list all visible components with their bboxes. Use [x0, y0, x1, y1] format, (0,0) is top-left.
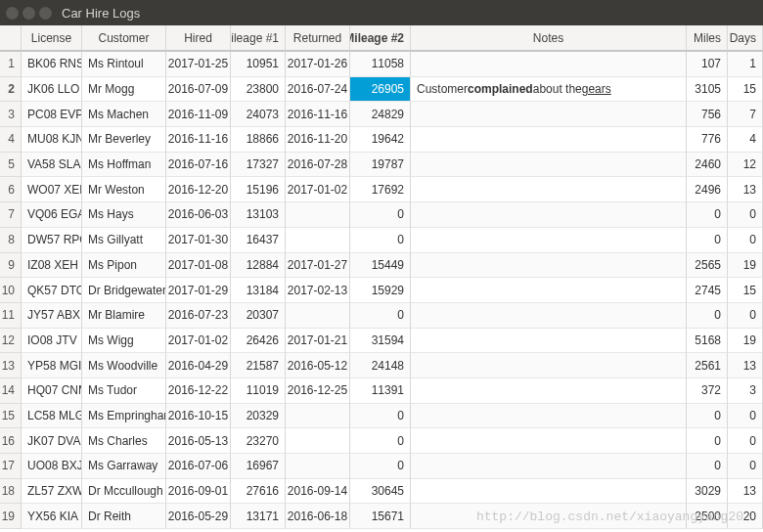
cell-rn[interactable]: 1: [0, 52, 22, 77]
cell-not[interactable]: [411, 504, 687, 529]
cell-hir[interactable]: 2016-05-13: [166, 428, 231, 454]
table-row[interactable]: 14HQ07 CNMMs Tudor2016-12-22110192016-12…: [0, 378, 763, 404]
cell-lic[interactable]: JK07 DVA: [22, 428, 82, 454]
cell-day[interactable]: 1: [728, 52, 763, 77]
cell-day[interactable]: 19: [728, 253, 763, 279]
cell-day[interactable]: 0: [728, 454, 763, 479]
cell-not[interactable]: [411, 202, 687, 228]
cell-hir[interactable]: 2016-04-29: [166, 353, 231, 378]
cell-lic[interactable]: UO08 BXJ: [22, 454, 82, 479]
cell-not[interactable]: [411, 52, 687, 77]
cell-ret[interactable]: [286, 454, 350, 479]
cell-m2[interactable]: 19642: [350, 127, 411, 153]
cell-ret[interactable]: 2016-11-20: [286, 127, 350, 153]
cell-ret[interactable]: 2016-09-14: [286, 479, 350, 505]
cell-not[interactable]: [411, 404, 687, 429]
cell-rn[interactable]: 11: [0, 303, 22, 329]
cell-m1[interactable]: 13103: [231, 202, 286, 228]
cell-hir[interactable]: 2017-01-29: [166, 278, 231, 303]
cell-day[interactable]: 7: [728, 102, 763, 127]
cell-cus[interactable]: Ms Garraway: [82, 454, 166, 479]
cell-cus[interactable]: Mr Beverley: [82, 127, 166, 153]
cell-ret[interactable]: 2017-01-02: [286, 177, 350, 202]
cell-day[interactable]: 13: [728, 353, 763, 378]
cell-lic[interactable]: JK06 LLO: [22, 77, 82, 103]
col-miles[interactable]: Miles: [687, 25, 728, 51]
cell-not[interactable]: [411, 353, 687, 378]
cell-cus[interactable]: Mr Weston: [82, 177, 166, 202]
cell-hir[interactable]: 2016-07-09: [166, 77, 231, 103]
cell-rn[interactable]: 18: [0, 479, 22, 505]
cell-rn[interactable]: 15: [0, 404, 22, 429]
table-row[interactable]: 3PC08 EVPMs Machen2016-11-09240732016-11…: [0, 102, 763, 127]
cell-mil[interactable]: 3105: [687, 77, 728, 103]
cell-m2[interactable]: 19787: [350, 153, 411, 178]
table-row[interactable]: 1BK06 RNSMs Rintoul2017-01-25109512017-0…: [0, 52, 763, 77]
maximize-icon[interactable]: [39, 7, 52, 20]
cell-ret[interactable]: 2016-07-28: [286, 153, 350, 178]
cell-day[interactable]: 4: [728, 127, 763, 153]
col-returned[interactable]: Returned: [286, 25, 350, 51]
cell-hir[interactable]: 2016-07-16: [166, 153, 231, 178]
cell-not[interactable]: [411, 428, 687, 454]
cell-cus[interactable]: Ms Wigg: [82, 329, 166, 354]
cell-hir[interactable]: 2016-11-09: [166, 102, 231, 127]
cell-m1[interactable]: 18866: [231, 127, 286, 153]
cell-hir[interactable]: 2016-06-03: [166, 202, 231, 228]
cell-mil[interactable]: 5168: [687, 329, 728, 354]
cell-m2[interactable]: 24148: [350, 353, 411, 378]
cell-lic[interactable]: IZ08 XEH: [22, 253, 82, 279]
cell-ret[interactable]: [286, 303, 350, 329]
cell-m1[interactable]: 23800: [231, 77, 286, 103]
cell-lic[interactable]: BK06 RNS: [22, 52, 82, 77]
cell-ret[interactable]: 2017-02-13: [286, 278, 350, 303]
cell-rn[interactable]: 10: [0, 278, 22, 303]
cell-cus[interactable]: Ms Charles: [82, 428, 166, 454]
cell-lic[interactable]: HQ07 CNM: [22, 378, 82, 404]
cell-m2[interactable]: 26905: [350, 77, 411, 103]
cell-hir[interactable]: 2016-05-29: [166, 504, 231, 529]
cell-mil[interactable]: 2460: [687, 153, 728, 178]
cell-hir[interactable]: 2016-12-22: [166, 378, 231, 404]
table-row[interactable]: 4MU08 KJNMr Beverley2016-11-16188662016-…: [0, 127, 763, 153]
table-row[interactable]: 16JK07 DVAMs Charles2016-05-1323270000: [0, 428, 763, 454]
cell-not[interactable]: [411, 303, 687, 329]
cell-hir[interactable]: 2016-07-06: [166, 454, 231, 479]
cell-mil[interactable]: 756: [687, 102, 728, 127]
cell-lic[interactable]: DW57 RPQ: [22, 228, 82, 253]
cell-mil[interactable]: 0: [687, 404, 728, 429]
cell-not[interactable]: [411, 153, 687, 178]
cell-rn[interactable]: 13: [0, 353, 22, 378]
cell-cus[interactable]: Ms Woodville: [82, 353, 166, 378]
col-days[interactable]: Days: [728, 25, 763, 51]
cell-ret[interactable]: [286, 404, 350, 429]
cell-m1[interactable]: 23270: [231, 428, 286, 454]
cell-lic[interactable]: YP58 MGI: [22, 353, 82, 378]
cell-day[interactable]: 0: [728, 428, 763, 454]
cell-mil[interactable]: 776: [687, 127, 728, 153]
table-row[interactable]: 13YP58 MGIMs Woodville2016-04-2921587201…: [0, 353, 763, 378]
cell-hir[interactable]: 2016-11-16: [166, 127, 231, 153]
cell-m2[interactable]: 0: [350, 202, 411, 228]
cell-day[interactable]: 19: [728, 329, 763, 354]
col-hired[interactable]: Hired: [166, 25, 231, 51]
cell-ret[interactable]: [286, 228, 350, 253]
cell-rn[interactable]: 12: [0, 329, 22, 354]
table-row[interactable]: 11JY57 ABXMr Blamire2016-07-2320307000: [0, 303, 763, 329]
cell-day[interactable]: 0: [728, 404, 763, 429]
cell-m1[interactable]: 13171: [231, 504, 286, 529]
cell-mil[interactable]: 0: [687, 202, 728, 228]
cell-day[interactable]: 13: [728, 479, 763, 505]
cell-not[interactable]: [411, 177, 687, 202]
cell-mil[interactable]: 2561: [687, 353, 728, 378]
cell-lic[interactable]: PC08 EVP: [22, 102, 82, 127]
cell-cus[interactable]: Ms Rintoul: [82, 52, 166, 77]
cell-rn[interactable]: 16: [0, 428, 22, 454]
minimize-icon[interactable]: [22, 7, 35, 20]
cell-m1[interactable]: 10951: [231, 52, 286, 77]
cell-not[interactable]: [411, 454, 687, 479]
cell-rn[interactable]: 9: [0, 253, 22, 279]
table-row[interactable]: 19YX56 KIADr Reith2016-05-29131712016-06…: [0, 504, 763, 529]
cell-lic[interactable]: VQ06 EGA: [22, 202, 82, 228]
cell-m2[interactable]: 0: [350, 428, 411, 454]
